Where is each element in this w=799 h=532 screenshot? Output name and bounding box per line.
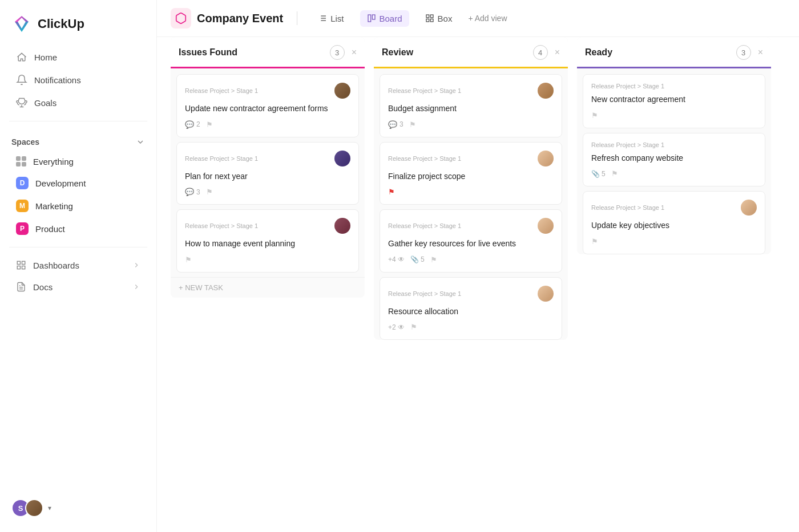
flag-icon-3: ⚑ xyxy=(185,255,192,264)
sidebar-dashboards-label: Dashboards xyxy=(33,261,79,270)
column-issues-found: Issues Found 3 × Release Project > Stage… xyxy=(171,37,365,298)
svg-rect-5 xyxy=(17,266,20,269)
new-task-button-issues[interactable]: + NEW TASK xyxy=(171,277,365,298)
development-icon: D xyxy=(16,177,29,189)
card-finalize-scope[interactable]: Release Project > Stage 1 Finalize proje… xyxy=(380,142,562,205)
marketing-icon: M xyxy=(16,200,29,212)
card-meta-5: Release Project > Stage 1 xyxy=(388,151,554,166)
column-count-ready: 3 xyxy=(736,45,751,60)
svg-rect-16 xyxy=(426,15,429,18)
card-update-objectives[interactable]: Release Project > Stage 1 Update key obj… xyxy=(583,191,765,254)
sidebar-goals-label: Goals xyxy=(34,98,57,108)
card-budget-assignment[interactable]: Release Project > Stage 1 Budget assignm… xyxy=(380,74,562,137)
sidebar-item-notifications[interactable]: Notifications xyxy=(5,68,152,91)
sidebar-item-dashboards[interactable]: Dashboards xyxy=(5,254,152,276)
card-meta-8: Release Project > Stage 1 xyxy=(591,83,757,90)
svg-marker-0 xyxy=(15,16,29,22)
card-avatar-4 xyxy=(538,83,554,99)
flag-icon-8: ⚑ xyxy=(591,111,598,120)
card-gather-resources[interactable]: Release Project > Stage 1 Gather key res… xyxy=(380,209,562,273)
sidebar-marketing-label: Marketing xyxy=(35,201,73,211)
card-update-contractor[interactable]: Release Project > Stage 1 Update new con… xyxy=(176,74,359,137)
card-title-5: Finalize project scope xyxy=(388,171,554,182)
sidebar-item-everything[interactable]: Everything xyxy=(5,151,152,172)
flag-icon-7: ⚑ xyxy=(410,323,417,331)
comment-icon-2: 💬 xyxy=(185,188,194,196)
card-title-6: Gather key resources for live events xyxy=(388,238,554,250)
comment-badge-2: 💬 3 xyxy=(185,188,200,196)
comment-icon-1: 💬 xyxy=(185,120,194,129)
tab-board-label: Board xyxy=(380,14,402,23)
sidebar-notifications-label: Notifications xyxy=(34,75,81,85)
close-review-button[interactable]: × xyxy=(555,47,560,58)
flag-icon-4: ⚑ xyxy=(409,120,416,129)
card-footer-4: 💬 3 ⚑ xyxy=(388,120,554,129)
add-view-button[interactable]: + Add view xyxy=(468,14,507,23)
page-header: Company Event List Board Box + Add view xyxy=(157,0,799,37)
sidebar-item-goals[interactable]: Goals xyxy=(5,91,152,114)
card-new-contractor-agreement[interactable]: Release Project > Stage 1 New contractor… xyxy=(583,74,765,128)
column-title-ready: Ready xyxy=(585,47,732,58)
card-footer-3: ⚑ xyxy=(185,255,350,264)
card-meta-4: Release Project > Stage 1 xyxy=(388,83,554,99)
column-header-ready: Ready 3 × xyxy=(577,37,771,68)
logo-area[interactable]: ClickUp xyxy=(0,9,156,46)
svg-rect-4 xyxy=(22,266,25,269)
svg-marker-1 xyxy=(15,22,29,32)
close-issues-found-button[interactable]: × xyxy=(352,47,357,58)
tab-board[interactable]: Board xyxy=(360,10,409,27)
card-meta-6: Release Project > Stage 1 xyxy=(388,218,554,234)
card-meta-10: Release Project > Stage 1 xyxy=(591,200,757,216)
card-title-1: Update new contractor agreement forms xyxy=(185,103,350,115)
card-plan-next-year[interactable]: Release Project > Stage 1 Plan for next … xyxy=(176,142,359,205)
chevron-right-icon xyxy=(132,261,140,269)
tab-list[interactable]: List xyxy=(311,10,350,27)
sidebar: ClickUp Home Notifications Goals Spaces … xyxy=(0,0,157,532)
attach-icon-9: 📎 xyxy=(591,170,600,178)
app-logo-text: ClickUp xyxy=(38,17,84,31)
sidebar-item-docs[interactable]: Docs xyxy=(5,276,152,298)
card-footer-1: 💬 2 ⚑ xyxy=(185,120,350,129)
card-avatar-2 xyxy=(334,151,350,166)
sidebar-docs-label: Docs xyxy=(33,282,53,292)
close-ready-button[interactable]: × xyxy=(758,47,763,58)
card-refresh-website[interactable]: Release Project > Stage 1 Refresh compan… xyxy=(583,133,765,187)
card-resource-allocation[interactable]: Release Project > Stage 1 Resource alloc… xyxy=(380,277,562,340)
sidebar-item-home[interactable]: Home xyxy=(5,46,152,68)
flag-icon-10: ⚑ xyxy=(591,237,598,246)
tab-box[interactable]: Box xyxy=(418,10,459,27)
user-menu-chevron: ▾ xyxy=(48,504,51,512)
svg-rect-19 xyxy=(430,19,433,22)
user-area[interactable]: S ▾ xyxy=(0,493,156,523)
project-icon-box xyxy=(171,8,191,29)
card-meta-1: Release Project > Stage 1 xyxy=(185,83,350,99)
grid-icon xyxy=(16,156,26,166)
svg-rect-15 xyxy=(372,15,375,19)
card-avatar-7 xyxy=(538,286,554,302)
sidebar-item-development[interactable]: D Development xyxy=(5,172,152,194)
sidebar-item-marketing[interactable]: M Marketing xyxy=(5,194,152,217)
cards-ready: Release Project > Stage 1 New contractor… xyxy=(577,68,771,254)
cards-issues-found: Release Project > Stage 1 Update new con… xyxy=(171,68,365,273)
sidebar-item-product[interactable]: P Product xyxy=(5,217,152,240)
column-review: Review 4 × Release Project > Stage 1 Bud… xyxy=(374,37,568,340)
project-icon xyxy=(175,12,187,25)
attachment-badge-9: 📎 5 xyxy=(591,170,606,178)
project-title: Company Event xyxy=(197,12,283,25)
card-event-planning[interactable]: Release Project > Stage 1 How to manage … xyxy=(176,209,359,273)
sidebar-divider-2 xyxy=(9,247,147,247)
flag-icon-1: ⚑ xyxy=(206,120,213,129)
box-icon xyxy=(425,14,434,23)
column-ready: Ready 3 × Release Project > Stage 1 New … xyxy=(577,37,771,254)
card-footer-5: ⚑ xyxy=(388,188,554,196)
svg-rect-3 xyxy=(22,261,25,264)
card-meta-9: Release Project > Stage 1 xyxy=(591,141,757,148)
card-avatar-5 xyxy=(538,151,554,166)
extra-count-badge: +2 👁 xyxy=(388,323,405,331)
sidebar-home-label: Home xyxy=(34,52,57,62)
comment-badge-1: 💬 2 xyxy=(185,120,200,129)
card-title-8: New contractor agreement xyxy=(591,94,757,105)
card-footer-9: 📎 5 ⚑ xyxy=(591,169,757,178)
card-meta-3: Release Project > Stage 1 xyxy=(185,218,350,234)
svg-rect-18 xyxy=(426,19,429,22)
